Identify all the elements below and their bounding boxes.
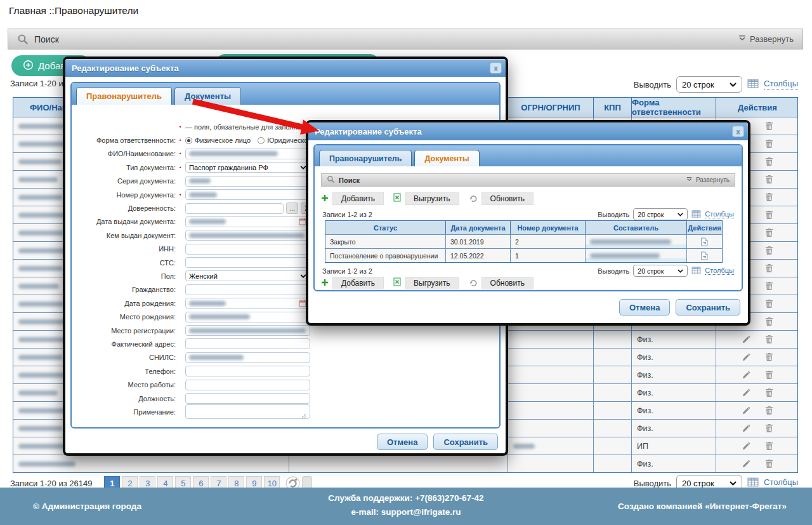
header-form[interactable]: Форма ответственности — [632, 98, 716, 117]
text-input[interactable] — [185, 149, 310, 159]
file-input[interactable] — [185, 203, 284, 214]
refresh-button[interactable]: Обновить — [469, 192, 534, 205]
delete-button[interactable] — [765, 370, 773, 380]
text-input[interactable] — [185, 176, 310, 187]
add-document-button[interactable]: Добавить — [321, 277, 384, 289]
delete-button[interactable] — [765, 157, 773, 166]
delete-button[interactable] — [765, 388, 773, 397]
delete-button[interactable] — [765, 406, 773, 415]
select-input[interactable]: Паспорт гражданина РФ — [185, 162, 310, 173]
documents-search-bar[interactable]: Поиск Развернуть — [321, 173, 735, 187]
columns-link[interactable]: Столбцы — [705, 267, 734, 275]
redacted-name — [18, 462, 75, 467]
close-button[interactable]: x — [732, 126, 744, 137]
cancel-button[interactable]: Отмена — [619, 299, 670, 316]
delete-button[interactable] — [765, 263, 773, 273]
refresh-button[interactable]: Обновить — [469, 277, 534, 289]
radio-input[interactable] — [185, 137, 192, 144]
cell-actions — [716, 437, 799, 455]
text-input[interactable] — [185, 338, 310, 349]
delete-button[interactable] — [765, 175, 773, 184]
header-ogrn[interactable]: ОГРН/ОГРНИП — [508, 98, 594, 117]
date-input[interactable] — [185, 298, 310, 309]
delete-button[interactable] — [765, 335, 773, 344]
edit-button[interactable] — [742, 352, 751, 362]
cell-ogrn — [508, 455, 594, 472]
text-input[interactable] — [185, 189, 310, 200]
delete-button[interactable] — [765, 281, 773, 291]
notes-textarea[interactable] — [185, 404, 310, 419]
delete-button[interactable] — [765, 459, 773, 469]
radio-option[interactable]: Физическое лицо — [185, 136, 251, 144]
columns-link[interactable]: Столбцы — [764, 478, 798, 488]
docs-header-1[interactable]: Дата документа — [446, 221, 511, 234]
delete-button[interactable] — [765, 423, 773, 433]
edit-button[interactable] — [742, 423, 751, 433]
tab-offender[interactable]: Правонарушитель — [76, 87, 172, 105]
delete-button[interactable] — [765, 441, 773, 451]
tab-documents[interactable]: Документы — [414, 150, 479, 166]
rows-per-page-select[interactable]: 20 строк — [633, 208, 688, 220]
delete-button[interactable] — [765, 210, 773, 220]
date-input[interactable] — [185, 216, 310, 227]
text-input[interactable] — [185, 380, 310, 390]
text-input[interactable] — [185, 244, 310, 255]
delete-button[interactable] — [765, 121, 773, 131]
export-button[interactable]: Выгрузить — [393, 192, 459, 205]
edit-button[interactable] — [742, 459, 751, 469]
columns-link[interactable]: Столбцы — [764, 79, 798, 89]
delete-button[interactable] — [765, 299, 773, 309]
edit-button[interactable] — [742, 388, 751, 397]
export-button[interactable]: Выгрузить — [393, 277, 459, 289]
close-button[interactable]: x — [490, 62, 502, 74]
text-input[interactable] — [185, 284, 310, 295]
select-input[interactable]: Женский — [185, 270, 310, 281]
header-kpp[interactable]: КПП — [594, 98, 632, 117]
edit-button[interactable] — [742, 370, 751, 380]
browse-button[interactable]: ... — [286, 203, 298, 214]
docs-header-3[interactable]: Составитель — [586, 221, 687, 234]
columns-link[interactable]: Столбцы — [705, 210, 734, 218]
delete-button[interactable] — [765, 352, 773, 362]
delete-button[interactable] — [765, 246, 773, 255]
rows-per-page-select[interactable]: 20 строк — [676, 76, 742, 93]
cell-actions — [687, 235, 722, 248]
rows-per-page-select[interactable]: 20 строк — [633, 265, 688, 277]
tab-offender[interactable]: Правонарушитель — [319, 150, 412, 166]
breadcrumb[interactable]: Главная ::Правонарушители — [9, 5, 138, 17]
save-button[interactable]: Сохранить — [676, 299, 740, 316]
text-input[interactable] — [185, 230, 310, 241]
text-input[interactable] — [185, 366, 310, 376]
docs-header-0[interactable]: Статус — [325, 221, 446, 234]
cell-actions — [716, 366, 799, 383]
tab-documents[interactable]: Документы — [174, 87, 241, 105]
save-button[interactable]: Сохранить — [433, 434, 498, 450]
cancel-button[interactable]: Отмена — [377, 434, 428, 450]
edit-button[interactable] — [742, 441, 751, 451]
text-input[interactable] — [185, 312, 310, 322]
docs-header-4[interactable]: Действия — [687, 221, 722, 234]
delete-button[interactable] — [765, 139, 773, 149]
text-input[interactable] — [185, 325, 310, 336]
delete-button[interactable] — [765, 228, 773, 237]
text-input[interactable] — [185, 393, 310, 404]
edit-button[interactable] — [742, 335, 751, 344]
dialog-title-bar[interactable]: Редактирование субъекта x — [308, 123, 748, 140]
edit-button[interactable] — [742, 406, 751, 415]
field-label: Кем выдан документ: — [74, 232, 176, 239]
text-input[interactable] — [185, 257, 310, 268]
search-bar[interactable]: Поиск Развернуть — [8, 29, 803, 50]
documents-toolbar-top: Добавить Выгрузить Обновить — [321, 192, 534, 205]
documents-records-row-bottom: Записи 1-2 из 2 Выводить 20 строк Столбц… — [322, 265, 734, 277]
radio-input[interactable] — [258, 137, 265, 144]
expand-button[interactable]: Развернуть — [686, 176, 730, 183]
delete-button[interactable] — [765, 317, 773, 326]
text-input[interactable] — [185, 352, 310, 363]
add-document-button[interactable]: Добавить — [321, 192, 384, 205]
dialog-title-bar[interactable]: Редактирование субъекта x — [65, 59, 506, 77]
docs-header-2[interactable]: Номер документа — [511, 221, 586, 234]
delete-button[interactable] — [765, 192, 773, 202]
open-document-button[interactable] — [700, 251, 709, 260]
open-document-button[interactable] — [700, 237, 709, 246]
expand-button[interactable]: Развернуть — [738, 34, 794, 44]
